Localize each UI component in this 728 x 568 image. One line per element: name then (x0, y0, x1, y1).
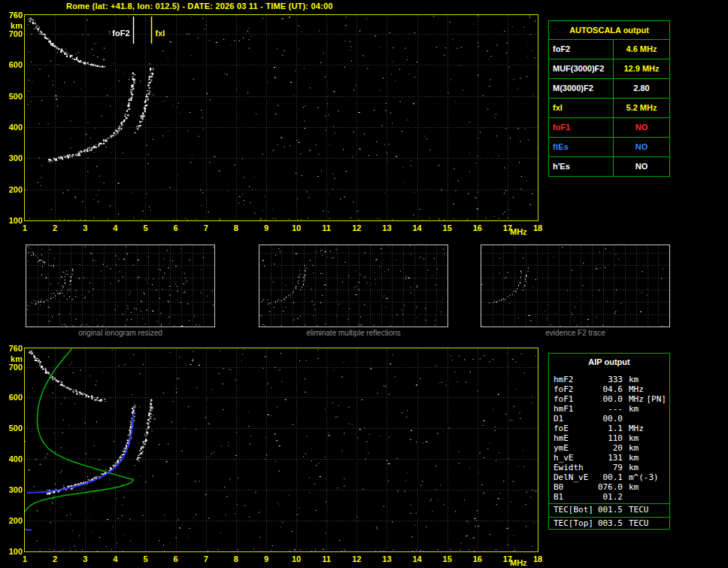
autoscala-table-title: AUTOSCALA output (549, 21, 669, 40)
main-ionogram-canvas (25, 15, 538, 220)
x-axis-tick: 16 (471, 223, 484, 232)
x-axis-tick: 9 (259, 223, 273, 232)
y-axis-tick: 760 (3, 344, 23, 353)
x-axis-tick: 11 (320, 223, 333, 232)
aip-row-value: 00.1 (596, 472, 623, 482)
autoscala-row-label: foF2 (549, 40, 614, 59)
x-axis-tick: 2 (48, 223, 62, 232)
autoscala-row-value: 5.2 MHz (614, 99, 669, 117)
autoscala-row-label: h'Es (549, 157, 614, 176)
x-axis-tick: 5 (138, 554, 152, 563)
x-axis-tick: 8 (229, 223, 243, 232)
autoscala-row-value: NO (614, 138, 669, 156)
aip-row-unit: km (623, 404, 639, 414)
autoscala-row: foF1NO (549, 118, 669, 138)
aip-row-name: hmE (554, 433, 596, 443)
aip-row-name: Ewidth (554, 463, 596, 472)
autoscala-output-table: AUTOSCALA output foF24.6 MHzMUF(3000)F21… (548, 20, 670, 177)
y-axis-tick: 200 (3, 185, 23, 194)
aip-row: Ewidth79km (549, 463, 669, 472)
x-axis-tick: 3 (78, 554, 92, 563)
aip-row: B101.2 (549, 492, 669, 502)
aip-row-value: 1.1 (596, 424, 623, 433)
x-axis-tick: 15 (441, 223, 454, 232)
aip-row-unit: km (623, 482, 639, 492)
aip-row-value: 003.5 (596, 518, 623, 529)
autoscala-row-label: M(3000)F2 (549, 79, 614, 98)
y-axis-tick: 400 (3, 454, 23, 463)
x-axis-tick: 7 (199, 223, 213, 232)
aip-output-table: AIP output hmF2333kmfoF204.6MHzfoF100.0M… (548, 353, 670, 530)
aip-row-name: D1 (554, 414, 596, 424)
autoscala-row-value: 4.6 MHz (614, 40, 669, 59)
aip-row-unit: m^(-3) (623, 472, 659, 482)
thumb-original-panel (26, 245, 215, 327)
aip-row-name: B1 (554, 492, 596, 502)
x-axis-tick: 15 (441, 554, 454, 563)
x-axis-tick: 7 (199, 554, 213, 563)
y-axis-tick: 700 (3, 363, 23, 372)
restored-ionogram-panel (24, 348, 538, 552)
aip-table-title: AIP output (549, 354, 669, 370)
autoscala-row-label: foF1 (549, 118, 614, 137)
autoscala-row-value: NO (614, 118, 669, 137)
autoscala-row-label: MUF(3000)F2 (549, 59, 614, 78)
y-axis-tick: 400 (3, 123, 23, 132)
y-axis-tick: 500 (3, 92, 23, 101)
aip-row-name: DelN_vE (554, 472, 596, 482)
aip-row-name: TEC[Top] (554, 518, 596, 529)
aip-row-unit: km (623, 463, 639, 472)
autoscala-row: M(3000)F22.80 (549, 79, 669, 99)
aip-row-unit (623, 414, 629, 424)
aip-row: h_vE131km (549, 453, 669, 463)
y-axis-tick: 500 (3, 424, 23, 433)
aip-row-value: 01.2 (596, 492, 623, 502)
aip-row: foF100.0MHz[PN] (549, 394, 669, 404)
autoscala-row: MUF(3000)F212.9 MHz (549, 59, 669, 79)
x-axis-tick: 13 (380, 223, 393, 232)
aip-row: DelN_vE00.1m^(-3) (549, 472, 669, 482)
thumb-original-canvas (26, 245, 214, 327)
autoscala-row-value: NO (614, 157, 669, 176)
aip-rows: hmF2333kmfoF204.6MHzfoF100.0MHz[PN]hmF1-… (549, 370, 669, 529)
x-axis-tick: 10 (290, 554, 303, 563)
aip-row-value: 00.0 (596, 394, 623, 404)
autoscala-row: h'EsNO (549, 157, 669, 176)
aip-row-name: h_vE (554, 453, 596, 463)
aip-row-unit: km (623, 443, 639, 453)
autoscala-row: ftEsNO (549, 138, 669, 157)
aip-row-value: 00.0 (596, 414, 623, 424)
aip-row: B0076.0km (549, 482, 669, 492)
aip-row: ymE20km (549, 443, 669, 453)
aip-row-value: 131 (596, 453, 623, 463)
y-axis-tick: 760 (3, 11, 23, 20)
aip-row: hmF1---km (549, 404, 669, 414)
thumb-f2-canvas (481, 245, 669, 327)
aip-row: TEC[Top]003.5TECU (549, 517, 669, 529)
y-axis-tick: 200 (3, 516, 23, 525)
autoscala-rows: foF24.6 MHzMUF(3000)F212.9 MHzM(3000)F22… (549, 40, 669, 176)
x-axis-tick: 4 (108, 223, 122, 232)
aip-row-value: --- (596, 404, 623, 414)
aip-row: D100.0 (549, 414, 669, 424)
x-axis-tick: 12 (350, 223, 363, 232)
aip-row-unit: MHz (623, 394, 644, 404)
x-axis-tick: 1 (18, 223, 32, 232)
aip-row: hmF2333km (549, 375, 669, 384)
y-axis-tick: 300 (3, 485, 23, 494)
x-axis-tick: 8 (229, 554, 243, 563)
aip-row-unit: TECU (623, 504, 649, 515)
aip-row-name: hmF1 (554, 404, 596, 414)
x-axis-tick: 6 (169, 554, 183, 563)
x-axis-tick: 6 (169, 223, 183, 232)
aip-row: foE1.1MHz (549, 424, 669, 433)
restored-ionogram-canvas (25, 348, 538, 551)
aip-row-unit: km (623, 453, 639, 463)
thumb-f2-caption: evidence F2 trace (481, 329, 670, 337)
x-axis-tick: 13 (380, 554, 393, 563)
aip-row-name: B0 (554, 482, 596, 492)
aip-row-unit (623, 492, 629, 502)
thumb-original-caption: original ionogram resized (26, 329, 215, 337)
x-axis-tick: 16 (471, 554, 484, 563)
x-axis-tick: 18 (531, 223, 544, 232)
